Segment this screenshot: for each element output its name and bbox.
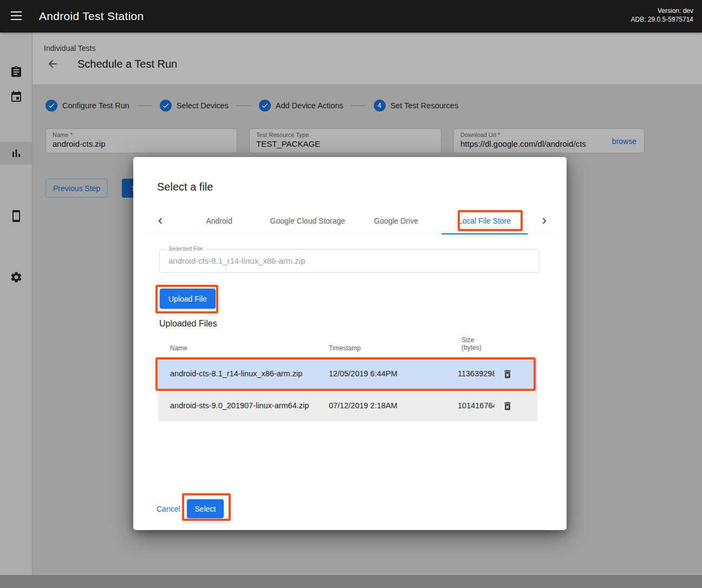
step-complete-icon — [259, 100, 271, 112]
tab-google-cloud-storage[interactable]: Google Cloud Storage — [263, 208, 352, 234]
stepper: Configure Test Run Select Devices Add De… — [46, 100, 458, 112]
field-value: TEST_PACKAGE — [250, 138, 441, 148]
tab-google-drive[interactable]: Google Drive — [352, 208, 440, 234]
browse-link[interactable]: browse — [612, 137, 636, 146]
page-header: Individual Tests Schedule a Test Run — [32, 32, 702, 85]
step-label: Add Device Actions — [276, 101, 343, 110]
chevron-right-icon — [538, 215, 550, 227]
uploaded-files-table: Name Timestamp Size (bytes) android-cts-… — [158, 334, 537, 421]
file-name-cell: android-cts-8.1_r14-linux_x86-arm.zip — [170, 358, 302, 389]
breadcrumb: Individual Tests — [44, 44, 95, 53]
menu-icon[interactable] — [11, 11, 23, 21]
selected-file-value: android-cts-8.1_r14-linux_x86-arm.zip — [160, 250, 539, 272]
uploaded-files-heading: Uploaded Files — [159, 319, 217, 329]
step-connector — [351, 105, 366, 106]
tab-android[interactable]: Android — [175, 208, 263, 234]
size-cell: 113639298 — [458, 358, 495, 389]
step-connector — [236, 105, 251, 106]
step-connector — [137, 105, 152, 106]
step-complete-icon — [46, 100, 57, 112]
column-header-size: Size (bytes) — [461, 336, 482, 351]
selected-file-input[interactable]: Selected File android-cts-8.1_r14-linux_… — [159, 249, 540, 273]
back-button[interactable] — [46, 57, 60, 71]
chevron-left-icon — [154, 215, 166, 227]
select-file-dialog: Select a file Android Google Cloud Stora… — [133, 157, 567, 530]
previous-step-button[interactable]: Previous Step — [46, 179, 108, 198]
calendar-icon — [10, 90, 23, 103]
name-field[interactable]: Name * android-cts.zip — [46, 128, 237, 153]
dialog-tabs: Android Google Cloud Storage Google Driv… — [175, 208, 529, 234]
field-label: Name * — [46, 129, 237, 138]
sidebar-item-test-plans[interactable] — [0, 87, 32, 107]
bar-chart-icon — [10, 147, 23, 160]
screen: Android Test Station Version: dev ADB: 2… — [0, 0, 702, 588]
column-header-timestamp: Timestamp — [329, 344, 361, 352]
dialog-title: Select a file — [157, 181, 213, 193]
delete-icon — [502, 401, 513, 411]
selected-file-label: Selected File — [166, 245, 206, 252]
table-row[interactable]: android-sts-9.0_201907-linux-arm64.zip 0… — [158, 390, 537, 421]
sidebar-item-devices[interactable] — [0, 206, 32, 226]
file-name-cell: android-sts-9.0_201907-linux-arm64.zip — [170, 390, 309, 421]
delete-file-button[interactable] — [498, 397, 517, 414]
step-set-test-resources[interactable]: 4 Set Test Resources — [374, 100, 458, 112]
timestamp-cell: 07/12/2019 2:18AM — [329, 390, 398, 421]
step-label: Configure Test Run — [62, 101, 129, 110]
select-button[interactable]: Select — [187, 499, 224, 518]
step-number-badge: 4 — [374, 100, 386, 112]
table-row[interactable]: android-cts-8.1_r14-linux_x86-arm.zip 12… — [158, 358, 537, 389]
dialog-tab-bar: Android Google Cloud Storage Google Driv… — [146, 208, 554, 234]
step-label: Set Test Resources — [391, 101, 458, 110]
step-select-devices[interactable]: Select Devices — [160, 100, 229, 112]
upload-file-button[interactable]: Upload File — [160, 289, 216, 309]
table-header: Name Timestamp Size (bytes) — [158, 334, 537, 357]
app-title: Android Test Station — [39, 0, 144, 32]
top-app-bar: Android Test Station Version: dev ADB: 2… — [0, 0, 702, 32]
sidebar-item-settings[interactable] — [0, 267, 32, 288]
sidebar-item-test-runs[interactable] — [0, 142, 32, 165]
column-header-name: Name — [170, 344, 187, 352]
sidebar — [0, 32, 32, 575]
cancel-button[interactable]: Cancel — [157, 499, 180, 518]
assignment-icon — [10, 66, 23, 79]
step-configure-test-run[interactable]: Configure Test Run — [46, 100, 129, 112]
smartphone-icon — [10, 210, 23, 223]
test-resource-type-field[interactable]: Test Resource Type TEST_PACKAGE — [249, 128, 441, 153]
adb-version-text: ADB: 29.0.5-5975714 — [631, 15, 693, 24]
field-label: Test Resource Type — [250, 129, 441, 138]
step-label: Select Devices — [177, 101, 229, 110]
page-title: Schedule a Test Run — [77, 58, 177, 70]
timestamp-cell: 12/05/2019 6:44PM — [329, 358, 398, 389]
field-value: android-cts.zip — [46, 138, 237, 148]
sidebar-item-tests[interactable] — [0, 62, 32, 82]
step-add-device-actions[interactable]: Add Device Actions — [259, 100, 343, 112]
step-complete-icon — [160, 100, 172, 112]
tab-scroll-right-button[interactable] — [537, 208, 552, 234]
page-bottom-strip — [0, 575, 702, 588]
tab-scroll-left-button[interactable] — [153, 208, 168, 234]
delete-icon — [502, 369, 513, 380]
version-text: Version: dev — [631, 6, 693, 15]
size-cell: 101416764 — [458, 390, 495, 421]
arrow-back-icon — [47, 58, 58, 70]
tab-local-file-store[interactable]: Local File Store — [440, 208, 529, 234]
download-url-field[interactable]: Download Url * https://dl.google.com/dl/… — [453, 128, 645, 153]
delete-file-button[interactable] — [498, 365, 517, 382]
build-info: Version: dev ADB: 29.0.5-5975714 — [631, 6, 693, 24]
gear-icon — [10, 271, 23, 284]
